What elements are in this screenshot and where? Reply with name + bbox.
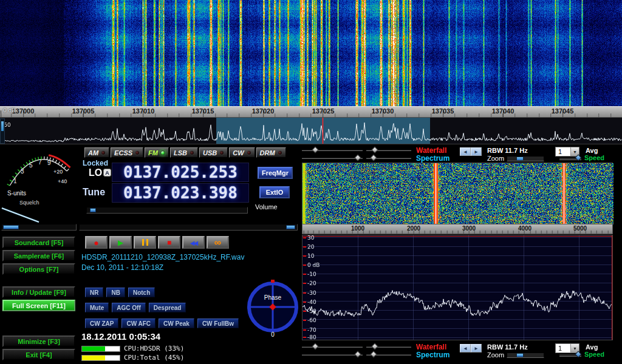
- tune-frequency-display[interactable]: 0137.023.398: [112, 183, 249, 203]
- slider-thumb[interactable]: [1, 121, 4, 131]
- speed-thumb[interactable]: [575, 351, 581, 357]
- db-tick: [303, 292, 306, 294]
- spectrum-gain-slider[interactable]: [302, 155, 363, 161]
- locked-indicator: Locked: [83, 159, 108, 167]
- spectrum-tab[interactable]: Spectrum: [416, 351, 449, 359]
- af-spectrum-canvas[interactable]: [302, 235, 612, 340]
- af-frequency-scale[interactable]: 1000 2000 3000 4000 5000: [302, 224, 613, 234]
- af-spectrum-display[interactable]: 30 20 10 0 dB -10 -20 -30 -40 -50 -60 -7…: [302, 235, 613, 340]
- volume-thumb[interactable]: [90, 208, 96, 212]
- mode-button-usb[interactable]: USB: [199, 147, 228, 158]
- waterfall-brightness-slider[interactable]: [302, 343, 363, 349]
- samplerate-button[interactable]: Samplerate [F6]: [2, 250, 75, 261]
- extio-button[interactable]: ExtIO: [259, 186, 290, 198]
- soundcard-button[interactable]: Soundcard [F5]: [2, 237, 75, 248]
- squelch-thumb[interactable]: [3, 225, 19, 229]
- cw-peak-button[interactable]: CW Peak: [159, 318, 194, 328]
- db-tick: [303, 237, 306, 238]
- pan-left-button[interactable]: [460, 147, 471, 156]
- db-tick: [303, 302, 306, 303]
- spectrum-range-slider[interactable]: [366, 351, 411, 357]
- loop-button[interactable]: [207, 236, 229, 249]
- waterfall-tab[interactable]: Waterfall: [416, 343, 446, 351]
- notch-button[interactable]: Notch: [128, 288, 155, 297]
- volume-slider[interactable]: [86, 207, 248, 214]
- pause-button[interactable]: [134, 236, 156, 249]
- zoom-thumb[interactable]: [516, 353, 524, 357]
- speed-thumb[interactable]: [575, 154, 581, 161]
- spectrum-scale-slider[interactable]: [0, 118, 5, 144]
- af-waterfall-display[interactable]: [302, 163, 613, 224]
- pan-right-button[interactable]: [471, 147, 482, 156]
- squelch-slider[interactable]: [1, 224, 77, 231]
- cw-afc-button[interactable]: CW AFC: [121, 318, 156, 328]
- recording-date: Dec 10, 2011 - 12:10:18Z: [81, 263, 163, 272]
- agc-button[interactable]: AGC Off: [112, 303, 145, 312]
- freqmgr-button[interactable]: FreqMgr: [258, 167, 293, 179]
- db-tick: [303, 246, 306, 248]
- tune-thumb[interactable]: [286, 225, 295, 229]
- af-waterfall-canvas[interactable]: [302, 163, 613, 224]
- waterfall-contrast-slider[interactable]: [366, 147, 411, 153]
- date-time-display: 18.12.2011 0:05:34: [81, 331, 160, 342]
- db-tick: [303, 255, 306, 257]
- play-button[interactable]: [109, 236, 132, 249]
- tune-slider[interactable]: [79, 224, 298, 231]
- slider-thumb[interactable]: [312, 146, 318, 153]
- lock-a-badge[interactable]: A: [103, 169, 111, 177]
- slider-thumb[interactable]: [371, 343, 378, 349]
- rf-waterfall-display[interactable]: [0, 0, 622, 106]
- cw-fullbw-button[interactable]: CW FullBw: [197, 318, 239, 328]
- zoom-slider[interactable]: [507, 156, 544, 161]
- mode-button-fm[interactable]: FM: [145, 147, 169, 158]
- zoom-thumb[interactable]: [516, 157, 524, 161]
- cpu-total-fill: [82, 356, 105, 360]
- rf-frequency-scale[interactable]: 137000 137005 137010 137015 137020 13702…: [0, 106, 622, 118]
- mode-led-icon: [278, 150, 282, 155]
- spectrum-tab[interactable]: Spectrum: [416, 154, 449, 163]
- spectrum-gain-slider[interactable]: [302, 351, 363, 357]
- phase-value: 0: [271, 331, 275, 338]
- nb-button[interactable]: NB: [106, 288, 125, 297]
- despread-button[interactable]: Despread: [149, 303, 186, 312]
- mode-button-ecss[interactable]: ECSS: [111, 147, 143, 158]
- cw-zap-button[interactable]: CW ZAP: [85, 318, 118, 328]
- rewind-button[interactable]: [182, 236, 205, 249]
- nr-button[interactable]: NR: [85, 288, 103, 297]
- exit-button[interactable]: Exit [F4]: [2, 349, 75, 360]
- mode-button-cw[interactable]: CW: [229, 147, 255, 158]
- waterfall-brightness-slider[interactable]: [302, 147, 363, 153]
- speed-slider[interactable]: [559, 155, 581, 161]
- options-button[interactable]: Options [F7]: [2, 263, 75, 275]
- zoom-slider[interactable]: [507, 352, 544, 358]
- mode-button-am[interactable]: AM: [84, 147, 109, 158]
- slider-thumb[interactable]: [371, 146, 378, 153]
- svg-text:7: 7: [38, 159, 42, 166]
- mode-led-icon: [190, 150, 194, 155]
- info-update-button[interactable]: Info / Update [F9]: [2, 286, 75, 298]
- slider-thumb[interactable]: [312, 343, 318, 349]
- fullscreen-button[interactable]: Full Screen [F11]: [2, 300, 75, 311]
- pan-left-button[interactable]: [460, 344, 471, 352]
- slider-thumb[interactable]: [354, 154, 361, 161]
- speed-slider[interactable]: [559, 351, 581, 357]
- slider-thumb[interactable]: [370, 154, 377, 161]
- slider-thumb[interactable]: [354, 351, 361, 357]
- record-button[interactable]: [85, 236, 108, 249]
- pan-right-button[interactable]: [471, 344, 482, 352]
- recording-filename: HDSDR_20111210_120938Z_137025kHz_RF.wav: [81, 253, 244, 261]
- rf-spectrum-display[interactable]: [0, 118, 622, 144]
- waterfall-tab[interactable]: Waterfall: [416, 146, 446, 155]
- mode-button-drm[interactable]: DRM: [256, 147, 286, 158]
- s-meter: 1 3 5 7 9 +20 +40 S-units Squelch: [1, 146, 78, 223]
- cpu-hdsdr-bar: [81, 346, 120, 352]
- spectrum-range-slider[interactable]: [366, 155, 411, 161]
- mute-button[interactable]: Mute: [85, 303, 109, 312]
- minimize-button[interactable]: Minimize [F3]: [2, 335, 75, 347]
- waterfall-contrast-slider[interactable]: [366, 343, 411, 349]
- lo-frequency-display[interactable]: 0137.025.253: [112, 163, 249, 182]
- stop-button[interactable]: [158, 236, 180, 249]
- mode-button-lsb[interactable]: LSB: [170, 147, 198, 158]
- svg-text:9: 9: [47, 160, 51, 166]
- slider-thumb[interactable]: [370, 351, 377, 357]
